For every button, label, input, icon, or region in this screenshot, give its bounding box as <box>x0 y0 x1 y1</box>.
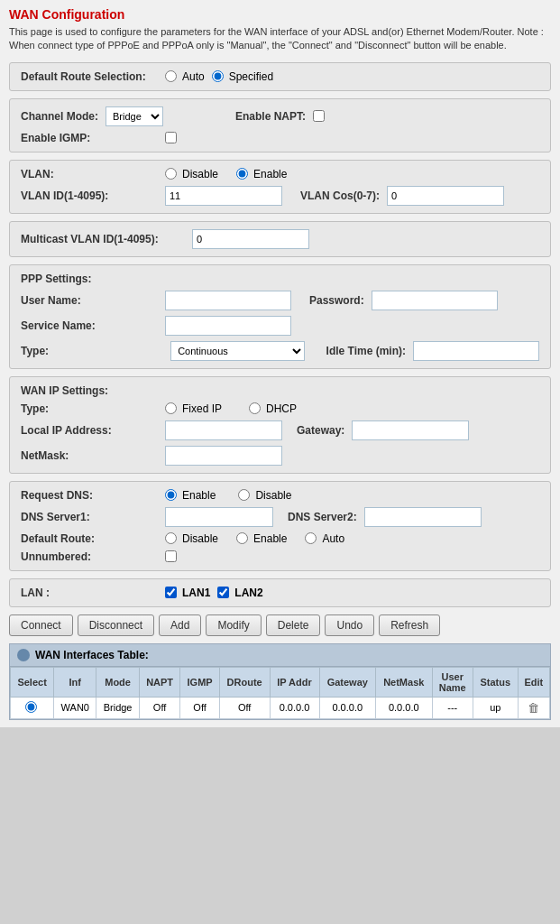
col-napt: NAPT <box>139 667 180 697</box>
fixed-ip-radio[interactable] <box>165 402 177 414</box>
modify-button[interactable]: Modify <box>206 614 261 636</box>
wan-table-header-row: Select Inf Mode NAPT IGMP DRoute IP Addr… <box>11 667 550 697</box>
vlan-disable-label: Disable <box>182 168 218 180</box>
auto-radio[interactable] <box>165 70 177 82</box>
vlan-section: VLAN: Disable Enable VLAN ID(1-4095): VL… <box>9 160 551 214</box>
gateway-input[interactable] <box>352 420 469 440</box>
dr-auto-option[interactable]: Auto <box>305 532 344 545</box>
dr-disable-option[interactable]: Disable <box>165 532 218 545</box>
vlan-id-row: VLAN ID(1-4095): VLAN Cos(0-7): <box>21 186 539 206</box>
vlan-enable-option[interactable]: Enable <box>236 168 287 180</box>
row-droute: Off <box>219 697 270 718</box>
local-ip-label: Local IP Address: <box>21 424 165 437</box>
vlan-enable-label: Enable <box>253 168 287 180</box>
vlan-cos-input[interactable] <box>387 186 504 206</box>
trash-icon[interactable]: 🗑 <box>528 701 539 715</box>
wan-table-section: Select Inf Mode NAPT IGMP DRoute IP Addr… <box>9 667 551 720</box>
dns-server2-label: DNS Server2: <box>288 511 357 523</box>
ppp-username-input[interactable] <box>165 291 291 310</box>
vlan-id-input[interactable] <box>165 186 282 206</box>
dr-auto-radio[interactable] <box>305 532 317 544</box>
lan1-option[interactable]: LAN1 <box>165 587 210 599</box>
dr-enable-radio[interactable] <box>236 532 248 544</box>
fixed-ip-option[interactable]: Fixed IP <box>165 402 222 415</box>
napt-checkbox[interactable] <box>313 110 325 122</box>
unnumbered-checkbox[interactable] <box>165 550 177 562</box>
vlan-cos-label: VLAN Cos(0-7): <box>300 189 380 202</box>
lan2-option[interactable]: LAN2 <box>217 587 262 599</box>
page-description: This page is used to configure the param… <box>9 25 551 53</box>
ppp-title: PPP Settings: <box>21 273 539 285</box>
igmp-checkbox[interactable] <box>165 132 177 143</box>
request-dns-row: Request DNS: Enable Disable <box>21 489 539 502</box>
col-status: Status <box>473 667 519 697</box>
specified-radio[interactable] <box>212 70 224 82</box>
wan-table-title: WAN Interfaces Table: <box>35 649 149 661</box>
request-dns-label: Request DNS: <box>21 489 165 502</box>
dns-enable-radio[interactable] <box>165 489 177 501</box>
wan-ip-section: WAN IP Settings: Type: Fixed IP DHCP Loc… <box>9 376 551 474</box>
col-select: Select <box>11 667 54 697</box>
col-ipaddr: IP Addr <box>270 667 319 697</box>
col-inf: Inf <box>54 667 96 697</box>
dns-server1-input[interactable] <box>165 507 273 527</box>
napt-label: Enable NAPT: <box>235 110 306 123</box>
idle-time-input[interactable] <box>413 341 539 361</box>
lan1-checkbox[interactable] <box>165 587 177 598</box>
disconnect-button[interactable]: Disconnect <box>78 614 154 636</box>
local-ip-input[interactable] <box>165 420 282 440</box>
wan-ip-type-label: Type: <box>21 402 165 415</box>
multicast-section: Multicast VLAN ID(1-4095): <box>9 221 551 257</box>
dns-disable-radio[interactable] <box>238 489 250 501</box>
gear-icon <box>17 649 30 661</box>
channel-mode-select[interactable]: Bridge PPPoE PPPoA IPoA MER <box>106 106 163 126</box>
lan2-checkbox[interactable] <box>217 587 229 598</box>
ppp-password-input[interactable] <box>372 291 498 310</box>
refresh-button[interactable]: Refresh <box>379 614 440 636</box>
connect-button[interactable]: Connect <box>9 614 73 636</box>
ppp-service-input[interactable] <box>165 316 291 336</box>
ppp-type-select[interactable]: Continuous Connect on Demand Manual <box>170 341 304 361</box>
dr-enable-option[interactable]: Enable <box>236 532 287 545</box>
specified-option[interactable]: Specified <box>212 70 273 83</box>
row-inf: WAN0 <box>54 697 96 718</box>
ppp-username-row: User Name: Password: <box>21 291 539 310</box>
default-route-options: Auto Specified <box>165 70 273 83</box>
vlan-enable-radio[interactable] <box>236 168 248 180</box>
netmask-row: NetMask: <box>21 446 539 466</box>
dns-server2-input[interactable] <box>364 507 482 527</box>
add-button[interactable]: Add <box>159 614 201 636</box>
multicast-input[interactable] <box>192 229 309 249</box>
lan2-label: LAN2 <box>234 587 262 599</box>
lan-row: LAN : LAN1 LAN2 <box>21 587 539 599</box>
row-select-radio[interactable] <box>25 701 37 713</box>
row-netmask: 0.0.0.0 <box>376 697 433 718</box>
auto-option[interactable]: Auto <box>165 70 205 83</box>
igmp-label: Enable IGMP: <box>21 132 165 144</box>
row-napt: Off <box>139 697 180 718</box>
row-select[interactable] <box>11 697 54 718</box>
dns-enable-option[interactable]: Enable <box>165 489 216 502</box>
dns-server1-label: DNS Server1: <box>21 511 165 523</box>
delete-button[interactable]: Delete <box>266 614 321 636</box>
page-title: WAN Configuration <box>9 7 551 22</box>
channel-mode-label: Channel Mode: <box>21 110 98 123</box>
col-edit: Edit <box>518 667 549 697</box>
dhcp-radio[interactable] <box>249 402 261 414</box>
vlan-disable-radio[interactable] <box>165 168 177 180</box>
dr-auto-label: Auto <box>322 532 344 545</box>
netmask-input[interactable] <box>165 446 282 466</box>
dhcp-option[interactable]: DHCP <box>249 402 297 415</box>
specified-label: Specified <box>229 70 273 83</box>
idle-time-label: Idle Time (min): <box>326 345 406 357</box>
default-route-row: Default Route Selection: Auto Specified <box>21 70 539 83</box>
channel-section: Channel Mode: Bridge PPPoE PPPoA IPoA ME… <box>9 98 551 152</box>
vlan-disable-option[interactable]: Disable <box>165 168 218 180</box>
dns-disable-option[interactable]: Disable <box>238 489 291 502</box>
row-edit[interactable]: 🗑 <box>518 697 549 718</box>
lan-label: LAN : <box>21 587 165 599</box>
dr-enable-label: Enable <box>253 532 287 545</box>
undo-button[interactable]: Undo <box>325 614 374 636</box>
col-igmp: IGMP <box>180 667 219 697</box>
dr-disable-radio[interactable] <box>165 532 177 544</box>
